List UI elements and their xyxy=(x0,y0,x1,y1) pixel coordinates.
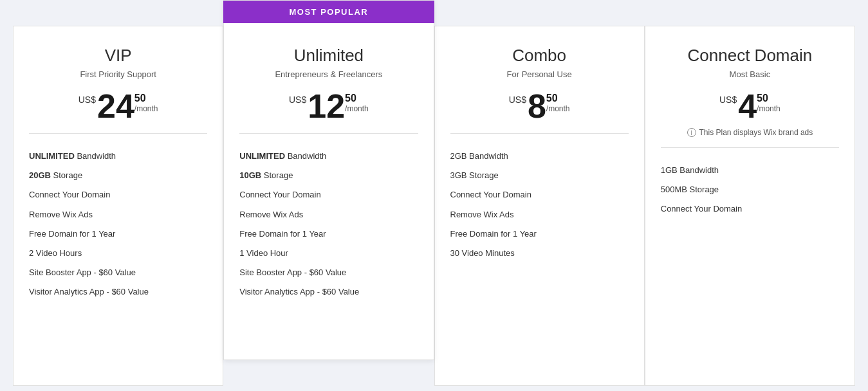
feature-text: Free Domain for 1 Year xyxy=(450,229,537,239)
feature-text: Remove Wix Ads xyxy=(239,210,303,219)
feature-item: Free Domain for 1 Year xyxy=(29,224,207,244)
feature-item: 1 Video Hour xyxy=(239,244,418,263)
feature-item: Visitor Analytics App - $60 Value xyxy=(29,282,207,302)
price-period-connect-domain: /month xyxy=(757,104,780,114)
plan-name-unlimited: Unlimited xyxy=(239,46,418,66)
price-block-unlimited: US$1250/month xyxy=(239,89,418,123)
feature-item: 3GB Storage xyxy=(450,166,629,185)
divider-vip xyxy=(29,133,207,134)
plan-header-unlimited: UnlimitedEntrepreneurs & Freelancers xyxy=(239,46,418,79)
feature-item: 30 Video Minutes xyxy=(450,244,629,263)
features-list-unlimited: UNLIMITED Bandwidth10GB StorageConnect Y… xyxy=(239,147,418,302)
feature-item: 500MB Storage xyxy=(661,180,839,199)
price-main-unlimited: 12 xyxy=(308,89,345,123)
feature-text: 3GB Storage xyxy=(450,170,499,180)
feature-text: Site Booster App - $60 Value xyxy=(29,268,136,277)
divider-connect-domain xyxy=(661,147,839,148)
plan-header-combo: ComboFor Personal Use xyxy=(450,46,629,79)
feature-bold: UNLIMITED xyxy=(29,151,75,161)
price-period-unlimited: /month xyxy=(345,104,369,114)
plan-header-connect-domain: Connect DomainMost Basic xyxy=(661,46,839,79)
feature-text: Storage xyxy=(261,170,293,180)
feature-item: 20GB Storage xyxy=(29,166,207,185)
price-cents-combo: 50 xyxy=(546,93,558,104)
divider-combo xyxy=(450,133,629,134)
price-cents-block-connect-domain: 50/month xyxy=(757,93,780,114)
price-cents-unlimited: 50 xyxy=(345,93,356,104)
plan-name-combo: Combo xyxy=(450,46,629,66)
feature-bold: UNLIMITED xyxy=(239,151,285,161)
feature-text: Remove Wix Ads xyxy=(29,210,93,219)
price-currency-connect-domain: US$ xyxy=(719,95,737,105)
feature-item: 10GB Storage xyxy=(239,166,418,185)
feature-text: 1GB Bandwidth xyxy=(661,165,719,175)
feature-text: Bandwidth xyxy=(285,151,326,161)
feature-item: Remove Wix Ads xyxy=(29,205,207,224)
feature-text: Remove Wix Ads xyxy=(450,210,514,219)
wix-ads-text: This Plan displays Wix brand ads xyxy=(699,128,813,137)
feature-item: UNLIMITED Bandwidth xyxy=(239,147,418,166)
features-list-connect-domain: 1GB Bandwidth500MB StorageConnect Your D… xyxy=(661,161,839,219)
feature-text: Free Domain for 1 Year xyxy=(239,229,326,239)
wix-ads-notice: iThis Plan displays Wix brand ads xyxy=(661,128,839,137)
price-cents-block-combo: 50/month xyxy=(546,93,570,114)
price-cents-block-unlimited: 50/month xyxy=(345,93,369,114)
feature-item: 1GB Bandwidth xyxy=(661,161,839,180)
price-main-vip: 24 xyxy=(97,89,134,123)
feature-item: 2GB Bandwidth xyxy=(450,147,629,166)
feature-text: 1 Video Hour xyxy=(239,248,288,258)
plan-subtitle-vip: First Priority Support xyxy=(29,69,207,79)
features-list-combo: 2GB Bandwidth3GB StorageConnect Your Dom… xyxy=(450,147,629,263)
features-list-vip: UNLIMITED Bandwidth20GB StorageConnect Y… xyxy=(29,147,207,302)
feature-item: Connect Your Domain xyxy=(29,185,207,205)
feature-text: Free Domain for 1 Year xyxy=(29,229,115,239)
plan-subtitle-unlimited: Entrepreneurs & Freelancers xyxy=(239,69,418,79)
feature-text: Connect Your Domain xyxy=(29,190,110,199)
price-block-combo: US$850/month xyxy=(450,89,629,123)
feature-text: Connect Your Domain xyxy=(661,204,742,214)
feature-item: Site Booster App - $60 Value xyxy=(239,263,418,282)
feature-text: Connect Your Domain xyxy=(239,190,320,199)
plan-card-combo: ComboFor Personal UseUS$850/month2GB Ban… xyxy=(434,26,645,386)
feature-text: 2 Video Hours xyxy=(29,248,82,258)
feature-text: 30 Video Minutes xyxy=(450,248,515,258)
feature-item: Remove Wix Ads xyxy=(239,205,418,224)
plan-header-vip: VIPFirst Priority Support xyxy=(29,46,207,79)
price-cents-block-vip: 50/month xyxy=(134,93,158,114)
plans-wrapper: VIPFirst Priority SupportUS$2450/monthUN… xyxy=(13,0,855,386)
feature-text: Connect Your Domain xyxy=(450,190,531,199)
feature-item: Free Domain for 1 Year xyxy=(239,224,418,244)
price-main-combo: 8 xyxy=(528,89,546,123)
feature-text: Site Booster App - $60 Value xyxy=(239,268,346,277)
price-period-combo: /month xyxy=(546,104,570,114)
feature-text: Bandwidth xyxy=(75,151,116,161)
feature-text: Storage xyxy=(51,170,82,180)
feature-item: Connect Your Domain xyxy=(450,185,629,205)
price-main-connect-domain: 4 xyxy=(738,89,757,123)
most-popular-badge: MOST POPULAR xyxy=(223,1,434,23)
feature-text: Visitor Analytics App - $60 Value xyxy=(239,287,359,296)
plan-name-connect-domain: Connect Domain xyxy=(661,46,839,66)
plan-card-vip: VIPFirst Priority SupportUS$2450/monthUN… xyxy=(13,26,223,386)
plan-name-vip: VIP xyxy=(29,46,207,66)
price-block-connect-domain: US$450/month xyxy=(661,89,839,123)
price-currency-vip: US$ xyxy=(78,95,96,105)
feature-item: Remove Wix Ads xyxy=(450,205,629,224)
price-cents-connect-domain: 50 xyxy=(757,93,768,104)
price-currency-combo: US$ xyxy=(509,95,526,105)
feature-text: 500MB Storage xyxy=(661,185,719,194)
price-cents-vip: 50 xyxy=(134,93,146,104)
feature-bold: 20GB xyxy=(29,170,51,180)
info-icon: i xyxy=(687,128,696,137)
plan-card-connect-domain: Connect DomainMost BasicUS$450/monthiThi… xyxy=(645,26,855,386)
feature-text: 2GB Bandwidth xyxy=(450,151,508,161)
price-block-vip: US$2450/month xyxy=(29,89,207,123)
plan-subtitle-connect-domain: Most Basic xyxy=(661,69,839,79)
feature-item: Connect Your Domain xyxy=(239,185,418,205)
feature-text: Visitor Analytics App - $60 Value xyxy=(29,287,149,296)
feature-bold: 10GB xyxy=(239,170,261,180)
feature-item: Visitor Analytics App - $60 Value xyxy=(239,282,418,302)
feature-item: 2 Video Hours xyxy=(29,244,207,263)
feature-item: Site Booster App - $60 Value xyxy=(29,263,207,282)
feature-item: UNLIMITED Bandwidth xyxy=(29,147,207,166)
